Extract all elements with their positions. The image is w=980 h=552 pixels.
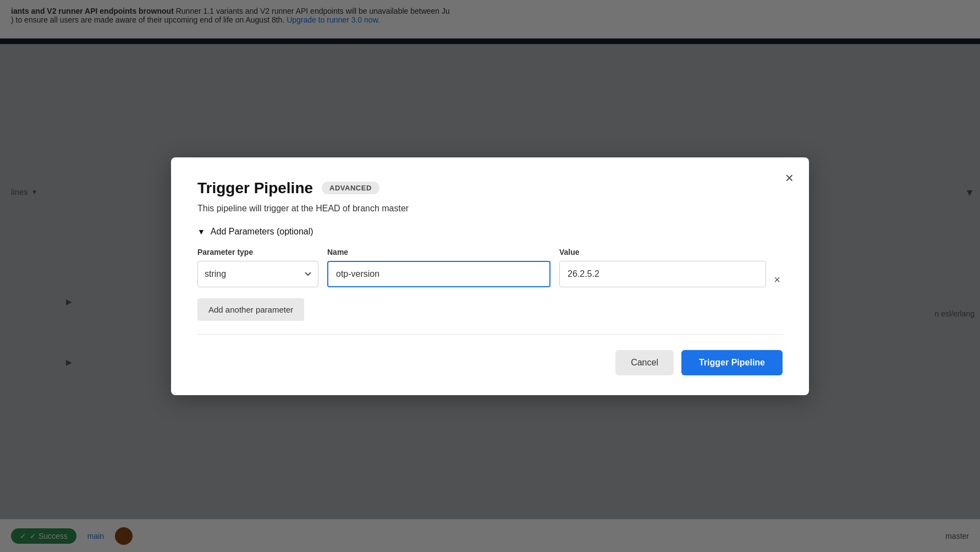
modal-overlay: Trigger Pipeline ADVANCED × This pipelin… <box>0 0 980 552</box>
param-type-label: Parameter type <box>197 248 318 256</box>
modal-divider <box>197 334 783 335</box>
param-value-label: Value <box>559 248 766 256</box>
param-name-label: Name <box>327 248 550 256</box>
param-type-column: Parameter type string boolean integer fl… <box>197 248 318 287</box>
modal-header: Trigger Pipeline ADVANCED <box>197 179 783 197</box>
param-name-column: Name <box>327 248 550 287</box>
trigger-pipeline-button[interactable]: Trigger Pipeline <box>681 350 783 375</box>
params-toggle-label: Add Parameters (optional) <box>211 227 313 237</box>
close-button[interactable]: × <box>785 171 794 185</box>
modal-subtitle: This pipeline will trigger at the HEAD o… <box>197 204 783 214</box>
advanced-badge: ADVANCED <box>322 182 379 194</box>
value-clear-button[interactable]: × <box>772 272 783 287</box>
param-name-input[interactable] <box>327 261 550 287</box>
params-toggle[interactable]: ▼ Add Parameters (optional) <box>197 227 783 237</box>
parameter-row: Parameter type string boolean integer fl… <box>197 248 783 287</box>
modal-title: Trigger Pipeline <box>197 179 313 197</box>
param-value-input[interactable] <box>559 261 766 287</box>
cancel-button[interactable]: Cancel <box>615 350 674 375</box>
modal-footer: Cancel Trigger Pipeline <box>197 350 783 375</box>
param-value-inner: Value <box>559 248 766 287</box>
param-type-select[interactable]: string boolean integer float <box>197 261 318 287</box>
toggle-arrow-icon: ▼ <box>197 227 205 236</box>
trigger-pipeline-modal: Trigger Pipeline ADVANCED × This pipelin… <box>171 157 809 395</box>
param-value-column: Value × <box>559 248 783 287</box>
add-parameter-button[interactable]: Add another parameter <box>197 298 304 321</box>
parameters-section: ▼ Add Parameters (optional) Parameter ty… <box>197 227 783 321</box>
